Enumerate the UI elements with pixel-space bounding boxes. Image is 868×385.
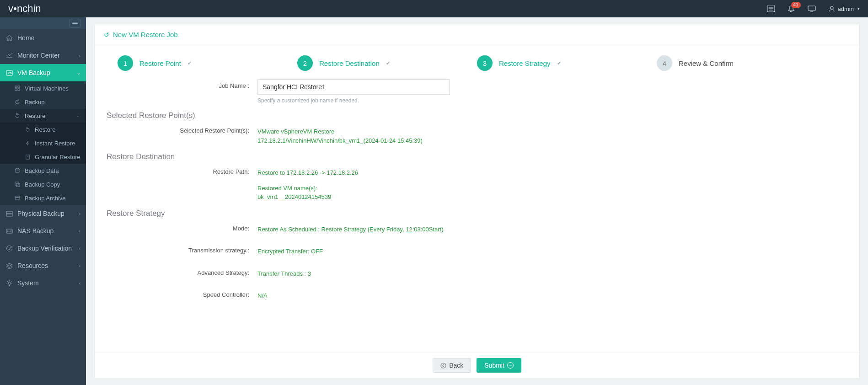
svg-rect-22 xyxy=(6,211,12,214)
server-icon xyxy=(5,211,14,217)
grid-icon xyxy=(14,86,21,91)
chevron-left-icon: ‹ xyxy=(79,211,80,216)
nav-label: Backup Verification xyxy=(17,245,72,252)
main-content: ↺ New VM Restore Job 1 Restore Point ✔ 2… xyxy=(86,17,868,385)
nav-label: Backup xyxy=(25,99,44,106)
user-menu[interactable]: admin ▾ xyxy=(829,5,860,12)
notification-count: 41 xyxy=(791,2,801,8)
submit-button[interactable]: Submit → xyxy=(477,358,521,373)
step-badge: 4 xyxy=(657,55,672,71)
home-icon xyxy=(5,35,14,41)
nav-monitor-center[interactable]: Monitor Center ‹ xyxy=(0,47,86,64)
nav-label: Restore xyxy=(25,112,46,119)
nav-restore-sub[interactable]: Restore xyxy=(0,123,86,136)
file-icon xyxy=(24,155,31,160)
wizard-step-2[interactable]: 2 Restore Destination ✔ xyxy=(297,55,477,71)
nav-label: Instant Restore xyxy=(35,140,75,147)
chevron-left-icon: ‹ xyxy=(79,263,80,268)
step-label: Review & Confirm xyxy=(679,59,734,67)
nav-nas-backup[interactable]: NAS NAS Backup ‹ xyxy=(0,222,86,240)
sidebar-toggle xyxy=(0,17,86,29)
nav-label: NAS Backup xyxy=(17,227,54,235)
selected-restore-points-label: Selected Restore Point(s): xyxy=(107,124,257,134)
wizard-steps: 1 Restore Point ✔ 2 Restore Destination … xyxy=(95,45,859,79)
back-button[interactable]: Back xyxy=(433,358,471,373)
step-label: Restore Strategy xyxy=(499,59,551,67)
nav-system[interactable]: System ‹ xyxy=(0,274,86,292)
notification-bell-icon[interactable]: 41 xyxy=(788,5,795,12)
wizard-step-3[interactable]: 3 Restore Strategy ✔ xyxy=(477,55,657,71)
advanced-value: Transfer Threads : 3 xyxy=(257,266,847,278)
nav-backup-verification[interactable]: Backup Verification ‹ xyxy=(0,240,86,257)
svg-rect-13 xyxy=(18,89,20,91)
svg-point-26 xyxy=(6,246,12,251)
mode-value: Restore As Scheduled : Restore Strategy … xyxy=(257,222,847,234)
card-header: ↺ New VM Restore Job xyxy=(95,24,859,45)
advanced-label: Advanced Strategy: xyxy=(107,266,257,276)
nav-label: System xyxy=(17,279,39,287)
speed-label: Speed Controller: xyxy=(107,288,257,298)
section-destination-title: Restore Destination xyxy=(107,152,847,161)
chart-icon xyxy=(5,53,14,58)
svg-text:NAS: NAS xyxy=(7,230,13,233)
job-name-hint: Specify a customized job name if needed. xyxy=(257,97,450,104)
nav-label: Backup Archive xyxy=(25,195,66,202)
nav-granular-restore[interactable]: Granular Restore xyxy=(0,150,86,164)
check-icon: ✔ xyxy=(188,60,192,66)
svg-rect-12 xyxy=(15,89,17,91)
check-icon: ✔ xyxy=(557,60,561,66)
transmission-label: Transmission strategy.: xyxy=(107,244,257,254)
job-name-input[interactable] xyxy=(257,79,450,95)
nav-label: VM Backup xyxy=(17,69,50,76)
section-restore-points-title: Selected Restore Point(s) xyxy=(107,111,847,120)
step-label: Restore Point xyxy=(139,59,181,67)
step-badge: 3 xyxy=(477,55,493,71)
nav-backup[interactable]: Backup xyxy=(0,95,86,109)
step-label: Restore Destination xyxy=(319,59,380,67)
selected-restore-points-value: VMware vSphereVM Restore 172.18.2.1/Vinc… xyxy=(257,124,847,145)
nav-backup-copy[interactable]: Backup Copy xyxy=(0,177,86,191)
nav-vm-backup[interactable]: VM VM Backup ⌄ xyxy=(0,64,86,81)
chevron-left-icon: ‹ xyxy=(79,53,80,58)
bolt-icon xyxy=(24,141,31,146)
nav-label: Physical Backup xyxy=(17,210,64,217)
monitor-icon[interactable] xyxy=(808,5,816,12)
nav-label: Backup Data xyxy=(25,167,59,174)
nav-restore[interactable]: Restore ⌄ xyxy=(0,109,86,123)
database-icon xyxy=(14,168,21,173)
arrow-left-icon xyxy=(440,363,446,369)
list-icon[interactable] xyxy=(767,5,775,12)
nav-physical-backup[interactable]: Physical Backup ‹ xyxy=(0,205,86,222)
nav-label: Backup Copy xyxy=(25,181,60,188)
nav-backup-data[interactable]: Backup Data xyxy=(0,164,86,177)
sidebar-collapse-button[interactable] xyxy=(70,19,80,28)
nav-virtual-machines[interactable]: Virtual Machines xyxy=(0,81,86,95)
svg-rect-4 xyxy=(808,6,815,11)
chevron-down-icon: ⌄ xyxy=(77,70,80,75)
step-badge: 2 xyxy=(297,55,313,71)
copy-icon xyxy=(14,182,21,187)
job-name-label: Job Name : xyxy=(107,79,257,89)
nav-home[interactable]: Home xyxy=(0,29,86,47)
gear-icon xyxy=(5,280,14,287)
page-title: New VM Restore Job xyxy=(113,31,178,38)
svg-point-28 xyxy=(441,363,446,368)
chevron-left-icon: ‹ xyxy=(79,229,80,234)
wizard-step-4[interactable]: 4 Review & Confirm xyxy=(657,55,836,71)
nav-label: Monitor Center xyxy=(17,52,60,59)
wizard-card: ↺ New VM Restore Job 1 Restore Point ✔ 2… xyxy=(94,24,860,379)
nav-backup-archive[interactable]: Backup Archive xyxy=(0,191,86,205)
form-body: Job Name : Specify a customized job name… xyxy=(95,79,859,352)
verify-icon xyxy=(5,245,14,252)
nav-label: Home xyxy=(17,34,34,42)
step-badge: 1 xyxy=(118,55,133,71)
arrow-right-icon: → xyxy=(507,362,514,369)
topbar: vnchin 41 admin ▾ xyxy=(0,0,868,17)
nav-instant-restore[interactable]: Instant Restore xyxy=(0,136,86,150)
nav-resources[interactable]: Resources ‹ xyxy=(0,257,86,274)
wizard-step-1[interactable]: 1 Restore Point ✔ xyxy=(118,55,297,71)
layers-icon xyxy=(5,263,14,269)
svg-point-17 xyxy=(16,168,19,170)
nas-icon: NAS xyxy=(5,229,14,234)
svg-rect-11 xyxy=(18,86,20,88)
